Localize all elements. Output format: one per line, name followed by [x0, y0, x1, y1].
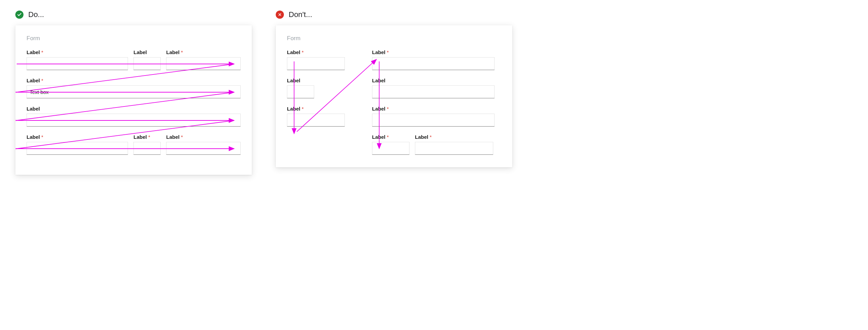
field-label-text: Label	[27, 106, 40, 112]
dont-heading-text: Don't...	[289, 10, 312, 19]
form-field: Label*	[372, 49, 495, 70]
text-input[interactable]	[166, 57, 241, 70]
field-label: Label*	[287, 49, 345, 55]
form-field: Label*	[372, 106, 495, 127]
field-label: Label*	[166, 49, 241, 55]
required-asterisk-icon: *	[387, 134, 389, 139]
form-field: Label*	[415, 134, 493, 155]
required-asterisk-icon: *	[181, 134, 183, 139]
field-label-text: Label	[27, 134, 40, 140]
do-form-rows: Label*LabelLabel*Label*LabelLabel*Label*…	[27, 49, 241, 155]
field-label-text: Label	[166, 49, 179, 55]
text-input[interactable]	[27, 142, 128, 155]
form-field: Label	[287, 78, 314, 98]
page: Do... Form Label*LabelLabel*Label*LabelL…	[0, 0, 528, 208]
field-label-text: Label	[287, 78, 300, 83]
required-asterisk-icon: *	[181, 50, 183, 55]
form-field: Label*	[372, 134, 409, 155]
field-label: Label*	[27, 78, 241, 83]
field-label: Label*	[415, 134, 493, 140]
form-row: Label	[27, 106, 241, 127]
form-field: Label*	[27, 78, 241, 98]
text-input[interactable]	[287, 57, 345, 70]
dont-example: Don't... Form Label*LabelLabel*Label*Lab…	[276, 10, 512, 167]
required-asterisk-icon: *	[41, 78, 43, 83]
field-label: Label	[372, 78, 495, 83]
text-input[interactable]	[27, 85, 241, 98]
field-label: Label*	[372, 49, 495, 55]
field-label: Label	[27, 106, 241, 112]
field-label-text: Label	[27, 78, 40, 83]
required-asterisk-icon: *	[41, 50, 43, 55]
field-label-text: Label	[372, 49, 385, 55]
form-column: Label*LabelLabel*	[287, 49, 345, 155]
text-input[interactable]	[372, 114, 495, 127]
text-input[interactable]	[133, 57, 161, 70]
field-label-text: Label	[372, 106, 385, 112]
form-field: Label*	[287, 49, 345, 70]
form-field: Label*	[287, 106, 345, 127]
required-asterisk-icon: *	[387, 50, 389, 55]
field-label: Label*	[166, 134, 241, 140]
field-label: Label*	[372, 106, 495, 112]
field-label-text: Label	[372, 78, 385, 83]
required-asterisk-icon: *	[430, 134, 432, 139]
field-label-text: Label	[415, 134, 428, 140]
dont-header: Don't...	[276, 10, 512, 19]
form-field: Label*	[27, 134, 128, 155]
field-label-text: Label	[287, 49, 300, 55]
form-field: Label*	[133, 134, 161, 155]
form-field: Label*	[27, 49, 128, 70]
text-input[interactable]	[27, 57, 128, 70]
form-row: Label*LabelLabel*	[27, 49, 241, 70]
form-column: Label*LabelLabel*Label*Label*	[372, 49, 495, 155]
do-heading-text: Do...	[28, 10, 44, 19]
field-label: Label	[287, 78, 314, 83]
field-label: Label*	[372, 134, 409, 140]
form-row: Label*Label*	[372, 134, 495, 155]
required-asterisk-icon: *	[148, 134, 150, 139]
text-input[interactable]	[27, 114, 241, 127]
do-card: Form Label*LabelLabel*Label*LabelLabel*L…	[15, 25, 252, 175]
dont-form-title: Form	[287, 35, 501, 42]
form-field: Label	[27, 106, 241, 127]
form-field: Label*	[166, 49, 241, 70]
required-asterisk-icon: *	[302, 50, 304, 55]
text-input[interactable]	[287, 114, 345, 127]
field-label: Label*	[287, 106, 345, 112]
field-label-text: Label	[287, 106, 300, 112]
field-label-text: Label	[166, 134, 179, 140]
required-asterisk-icon: *	[387, 106, 389, 111]
do-header: Do...	[15, 10, 252, 19]
field-label-text: Label	[133, 49, 147, 55]
text-input[interactable]	[372, 57, 495, 70]
form-field: Label	[133, 49, 161, 70]
text-input[interactable]	[415, 142, 493, 155]
field-label: Label	[133, 49, 161, 55]
check-circle-icon	[15, 11, 23, 19]
form-field: Label	[372, 78, 495, 98]
text-input[interactable]	[287, 85, 314, 98]
text-input[interactable]	[133, 142, 161, 155]
do-form-title: Form	[27, 35, 241, 42]
field-label-text: Label	[27, 49, 40, 55]
dont-form-columns: Label*LabelLabel*Label*LabelLabel*Label*…	[287, 49, 501, 155]
field-label-text: Label	[372, 134, 385, 140]
form-row: Label*Label*Label*	[27, 134, 241, 155]
field-label-text: Label	[133, 134, 147, 140]
text-input[interactable]	[372, 142, 409, 155]
x-circle-icon	[276, 11, 284, 19]
dont-card: Form Label*LabelLabel*Label*LabelLabel*L…	[276, 25, 512, 167]
form-row: Label*	[27, 78, 241, 98]
text-input[interactable]	[166, 142, 241, 155]
required-asterisk-icon: *	[302, 106, 304, 111]
text-input[interactable]	[372, 85, 495, 98]
field-label: Label*	[27, 49, 128, 55]
form-field: Label*	[166, 134, 241, 155]
do-example: Do... Form Label*LabelLabel*Label*LabelL…	[15, 10, 252, 175]
field-label: Label*	[133, 134, 161, 140]
field-label: Label*	[27, 134, 128, 140]
required-asterisk-icon: *	[41, 134, 43, 139]
